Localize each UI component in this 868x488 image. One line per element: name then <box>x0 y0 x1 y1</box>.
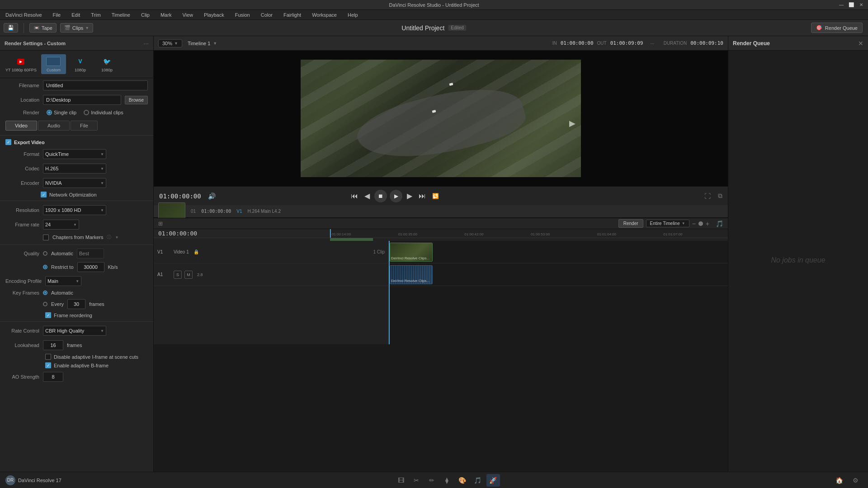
ws-fairlight-btn[interactable]: 🎵 <box>471 474 485 487</box>
render-queue-close-button[interactable]: ✕ <box>858 40 863 47</box>
frame-rate-select[interactable]: 24 ▼ <box>43 220 79 230</box>
single-clip-option[interactable]: Single clip <box>47 110 76 115</box>
render-range-select[interactable]: Entire Timeline ▼ <box>646 220 689 227</box>
audio-icon[interactable]: 🎵 <box>716 220 723 227</box>
no-jobs-text: No jobs in queue <box>771 256 825 264</box>
ws-edit-btn[interactable]: ✏ <box>425 474 439 487</box>
tab-file[interactable]: File <box>71 121 98 131</box>
volume-button[interactable]: 🔊 <box>208 192 216 200</box>
menu-timeline[interactable]: Timeline <box>110 11 132 19</box>
v1-clip[interactable]: DaVinci Resolve Clips... <box>390 243 433 262</box>
loop-button[interactable]: 🔁 <box>430 191 441 201</box>
a1-s-button[interactable]: S <box>174 271 182 279</box>
ws-home-btn[interactable]: 🏠 <box>833 474 846 487</box>
ws-deliver-btn[interactable]: 🚀 <box>486 474 500 487</box>
chapters-checkbox[interactable] <box>43 235 49 240</box>
network-opt-checkbox[interactable] <box>41 192 47 197</box>
filename-input[interactable] <box>43 80 148 90</box>
disable-iframe-checkbox[interactable] <box>45 354 51 360</box>
preset-vimeo[interactable]: V 1080p <box>68 54 93 74</box>
a1-clip[interactable]: DaVinci Resolve Clips... <box>390 265 433 284</box>
ws-color-btn[interactable]: 🎨 <box>456 474 469 487</box>
menu-fusion[interactable]: Fusion <box>233 11 252 19</box>
individual-clips-option[interactable]: Individual clips <box>84 110 123 115</box>
enable-bframe-checkbox[interactable] <box>45 362 51 368</box>
rate-control-label: Rate Control <box>5 328 39 333</box>
menu-mark[interactable]: Mark <box>159 11 173 19</box>
render-slider[interactable] <box>698 221 703 226</box>
automatic-kf-radio[interactable] <box>43 291 47 295</box>
menu-edit[interactable]: Edit <box>70 11 82 19</box>
ws-media-btn[interactable]: 🎞 <box>394 474 408 487</box>
menu-fairlight[interactable]: Fairlight <box>282 11 303 19</box>
stop-button[interactable]: ⏹ <box>374 190 387 202</box>
ws-cut-btn[interactable]: ✂ <box>410 474 423 487</box>
render-settings-panel: Render Settings - Custom ··· ▶ YT 1080p … <box>0 36 154 488</box>
close-button[interactable]: ✕ <box>858 2 864 8</box>
location-input[interactable] <box>43 95 121 105</box>
ws-fusion-btn[interactable]: ⧫ <box>440 474 454 487</box>
render-queue-button[interactable]: 🎯 Render Queue <box>811 23 863 33</box>
menu-color[interactable]: Color <box>259 11 274 19</box>
maximize-button[interactable]: ⬜ <box>848 2 854 8</box>
skip-to-end-button[interactable]: ⏭ <box>417 190 428 202</box>
clips-button[interactable]: 🎬 Clips ▼ <box>60 23 93 33</box>
automatic-quality-radio[interactable] <box>43 251 47 256</box>
next-frame-button[interactable]: ▶ <box>405 190 414 202</box>
preset-twitter[interactable]: 🐦 1080p <box>94 54 119 74</box>
menu-help[interactable]: Help <box>346 11 360 19</box>
format-select[interactable]: QuickTime ▼ <box>43 149 106 159</box>
zoom-value: 30% <box>162 41 172 46</box>
every-radio[interactable] <box>43 302 47 306</box>
timeline-select[interactable]: Timeline 1 ▼ <box>188 41 217 46</box>
encoding-profile-select[interactable]: Main ▼ <box>45 276 81 286</box>
ao-strength-input[interactable] <box>43 372 63 382</box>
restrict-value-input[interactable] <box>77 262 104 272</box>
menu-davinci[interactable]: DaVinci Resolve <box>4 11 44 19</box>
render-button[interactable]: Render <box>618 219 643 228</box>
rate-control-select[interactable]: CBR High Quality ▼ <box>43 326 106 336</box>
panel-options-button[interactable]: ··· <box>143 40 149 47</box>
individual-clips-radio[interactable] <box>84 110 89 115</box>
project-title-text: Untitled Project <box>401 24 444 32</box>
best-select[interactable]: Best <box>77 249 104 258</box>
zoom-select[interactable]: 30% ▼ <box>158 39 182 47</box>
frames-label: frames <box>89 301 104 307</box>
lookahead-input[interactable] <box>43 340 63 350</box>
single-clip-radio[interactable] <box>47 110 52 115</box>
preset-custom[interactable]: Custom <box>41 54 66 74</box>
tape-button[interactable]: 📼 Tape <box>29 23 57 33</box>
render-decrease-btn[interactable]: − <box>692 220 696 227</box>
menu-clip[interactable]: Clip <box>139 11 151 19</box>
window-controls[interactable]: — ⬜ ✕ <box>838 2 864 8</box>
play-button[interactable]: ▶ <box>390 190 402 202</box>
minimize-button[interactable]: — <box>838 2 844 8</box>
tab-video[interactable]: Video <box>5 121 37 131</box>
format-value: QuickTime <box>45 151 69 157</box>
encoder-select[interactable]: NVIDIA ▼ <box>43 178 106 188</box>
frame-reordering-label: Frame reordering <box>54 313 92 318</box>
render-increase-btn[interactable]: + <box>706 220 709 227</box>
frame-reordering-checkbox[interactable] <box>45 312 51 318</box>
preset-youtube[interactable]: ▶ YT 1080p 60FPS <box>3 54 39 74</box>
full-screen-btn[interactable]: ⛶ <box>704 192 711 200</box>
menu-file[interactable]: File <box>51 11 63 19</box>
resolution-select[interactable]: 868 x 488 HD ▼ <box>43 205 106 215</box>
tab-audio[interactable]: Audio <box>38 121 70 131</box>
prev-frame-button[interactable]: ◀ <box>363 190 372 202</box>
menu-view[interactable]: View <box>180 11 195 19</box>
more-options-btn[interactable]: ··· <box>650 41 654 46</box>
menu-playback[interactable]: Playback <box>202 11 226 19</box>
a1-m-button[interactable]: M <box>184 271 193 279</box>
save-button[interactable]: 💾 <box>4 23 18 33</box>
every-value-input[interactable] <box>67 299 85 309</box>
browse-button[interactable]: Browse <box>125 96 148 104</box>
menu-trim[interactable]: Trim <box>89 11 103 19</box>
pip-btn[interactable]: ⧉ <box>718 192 722 200</box>
menu-workspace[interactable]: Workspace <box>310 11 339 19</box>
codec-select[interactable]: H.265 ▼ <box>43 164 106 174</box>
skip-to-start-button[interactable]: ⏮ <box>349 190 360 202</box>
export-video-checkbox[interactable] <box>5 139 11 145</box>
restrict-radio[interactable] <box>43 265 47 269</box>
ws-settings-btn[interactable]: ⚙ <box>849 474 863 487</box>
